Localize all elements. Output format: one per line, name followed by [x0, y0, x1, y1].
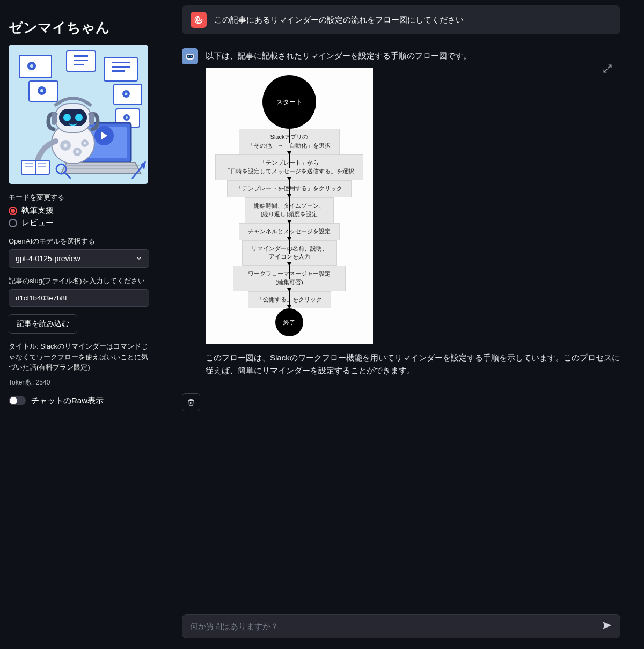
user-avatar [191, 12, 207, 28]
svg-point-31 [75, 114, 83, 121]
svg-rect-56 [194, 55, 195, 58]
token-count: Token数: 2540 [9, 378, 149, 387]
svg-rect-19 [112, 66, 130, 68]
app-title: ゼンマイちゃん [9, 18, 149, 37]
diagram-start: スタート [262, 75, 316, 129]
toggle-icon [9, 396, 26, 405]
raw-toggle-row[interactable]: チャットのRaw表示 [9, 396, 149, 406]
svg-point-39 [84, 142, 86, 145]
svg-rect-29 [59, 109, 87, 126]
robot-illustration [9, 45, 148, 184]
sidebar: ゼンマイちゃん [0, 0, 158, 649]
svg-point-37 [76, 150, 79, 153]
svg-rect-32 [52, 112, 57, 125]
svg-point-8 [30, 64, 33, 68]
load-article-button[interactable]: 記事を読み込む [9, 314, 77, 334]
model-selected-value: gpt-4-0125-preview [16, 254, 80, 263]
article-title-text: タイトル: Slackのリマインダーはコマンドじゃなくてワークフローを使えばいい… [9, 341, 149, 373]
spiral-icon [194, 15, 203, 25]
svg-point-54 [191, 56, 192, 57]
svg-point-12 [125, 93, 128, 95]
slug-input[interactable] [9, 289, 149, 307]
clear-chat-button[interactable] [182, 393, 200, 411]
assistant-message: 以下は、記事に記載されたリマインダーを設定する手順のフロー図です。 スタート S… [182, 48, 620, 382]
chevron-down-icon [136, 254, 142, 263]
toggle-label: チャットのRaw表示 [31, 396, 104, 406]
chat-input[interactable] [190, 622, 602, 631]
svg-rect-17 [74, 64, 84, 65]
slug-label: 記事のslug(ファイル名)を入力してください [9, 276, 149, 286]
svg-rect-52 [187, 55, 193, 58]
svg-rect-33 [89, 112, 94, 125]
svg-point-53 [188, 56, 189, 57]
trash-icon [187, 398, 195, 407]
expand-icon[interactable] [602, 63, 614, 75]
radio-icon [9, 219, 17, 227]
mode-write-radio[interactable]: 執筆支援 [9, 205, 149, 216]
svg-point-14 [126, 116, 128, 119]
svg-rect-18 [112, 62, 130, 63]
bot-intro-text: 以下は、記事に記載されたリマインダーを設定する手順のフロー図です。 [206, 49, 620, 62]
user-message: この記事にあるリマインダーの設定の流れをフロー図にしてください [182, 5, 620, 34]
svg-point-30 [63, 114, 71, 121]
mode-option-label: 執筆支援 [21, 205, 54, 216]
user-message-text: この記事にあるリマインダーの設定の流れをフロー図にしてください [214, 15, 464, 25]
svg-rect-16 [74, 60, 88, 61]
mode-label: モードを変更する [9, 193, 149, 202]
svg-marker-24 [61, 163, 141, 173]
radio-icon [9, 206, 17, 215]
bot-avatar [182, 48, 198, 64]
svg-rect-20 [112, 70, 125, 72]
svg-rect-55 [185, 55, 186, 58]
svg-rect-15 [74, 55, 88, 57]
svg-point-35 [64, 144, 68, 148]
svg-rect-3 [104, 57, 137, 81]
chat-main: この記事にあるリマインダーの設定の流れをフロー図にしてください 以下は、記事に記… [158, 0, 644, 649]
svg-point-10 [40, 89, 43, 92]
model-label: OpenAIのモデルを選択する [9, 237, 149, 246]
send-icon[interactable] [602, 620, 612, 632]
model-select[interactable]: gpt-4-0125-preview [9, 249, 149, 268]
chat-input-bar [182, 614, 620, 638]
mode-option-label: レビュー [21, 218, 54, 228]
mode-review-radio[interactable]: レビュー [9, 218, 149, 228]
flow-diagram: スタート Slackアプリの 「その他」→「自動化」を選択 「テンプレート」から… [206, 68, 373, 344]
bot-outro-text: このフロー図は、Slackのワークフロー機能を用いてリマインダーを設定する手順を… [206, 351, 620, 377]
